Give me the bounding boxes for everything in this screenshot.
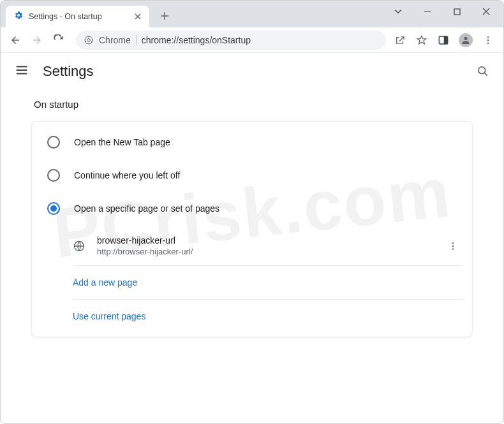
radio-label: Open a specific page or set of pages [74, 203, 219, 214]
settings-content: On startup Open the New Tab page Continu… [1, 90, 503, 346]
forward-button[interactable] [27, 31, 47, 50]
browser-toolbar: Chrome chrome://settings/onStartup [1, 27, 503, 53]
settings-header: Settings [1, 53, 503, 90]
page-info: browser-hijacker-url http://browser-hija… [97, 235, 431, 256]
radio-label: Open the New Tab page [74, 137, 170, 147]
toolbar-actions [394, 33, 498, 47]
profile-avatar-icon[interactable] [459, 33, 473, 47]
search-icon[interactable] [477, 65, 489, 78]
svg-point-8 [464, 36, 467, 40]
startup-page-row: browser-hijacker-url http://browser-hija… [73, 225, 463, 266]
svg-point-1 [85, 36, 93, 44]
kebab-menu-icon[interactable] [482, 34, 494, 47]
svg-point-10 [487, 39, 489, 40]
svg-point-9 [487, 36, 489, 38]
specific-pages-list: browser-hijacker-url http://browser-hija… [73, 225, 463, 333]
hamburger-menu-icon[interactable] [15, 63, 29, 80]
radio-specific-pages[interactable]: Open a specific page or set of pages [32, 192, 472, 225]
settings-gear-icon [13, 10, 24, 23]
window-titlebar: Settings - On startup [1, 1, 503, 27]
tab-title: Settings - On startup [29, 12, 128, 21]
window-controls [392, 1, 500, 22]
site-info-icon[interactable] [84, 35, 94, 45]
address-bar[interactable]: Chrome chrome://settings/onStartup [76, 31, 386, 50]
minimize-icon[interactable] [422, 6, 433, 17]
reload-button[interactable] [49, 31, 68, 50]
svg-point-4 [91, 41, 93, 42]
url-text: chrome://settings/onStartup [142, 35, 251, 45]
svg-point-15 [452, 245, 454, 246]
radio-icon [47, 169, 60, 182]
radio-icon [47, 202, 60, 215]
svg-point-11 [487, 42, 489, 43]
svg-point-5 [85, 41, 87, 42]
add-new-page-link[interactable]: Add a new page [73, 266, 463, 300]
radio-label: Continue where you left off [74, 170, 180, 180]
share-icon[interactable] [394, 34, 406, 47]
url-separator [136, 35, 137, 45]
radio-open-new-tab[interactable]: Open the New Tab page [32, 126, 472, 159]
radio-continue[interactable]: Continue where you left off [32, 159, 472, 192]
svg-point-14 [452, 242, 454, 244]
svg-point-16 [452, 248, 454, 249]
bookmark-star-icon[interactable] [415, 34, 428, 47]
side-panel-icon[interactable] [437, 34, 450, 47]
svg-point-3 [88, 36, 89, 37]
close-icon[interactable] [480, 6, 492, 17]
url-scheme-label: Chrome [99, 35, 131, 45]
page-url: http://browser-hijacker-url/ [97, 247, 431, 256]
svg-rect-7 [444, 36, 448, 44]
use-current-pages-link[interactable]: Use current pages [73, 300, 463, 333]
section-title: On startup [31, 99, 473, 110]
radio-icon [47, 136, 60, 149]
page-more-icon[interactable] [443, 241, 463, 251]
browser-tab[interactable]: Settings - On startup [6, 6, 149, 27]
globe-icon [73, 240, 85, 252]
svg-rect-0 [454, 9, 460, 15]
maximize-icon[interactable] [451, 6, 463, 17]
page-title: Settings [43, 63, 94, 80]
svg-point-12 [478, 67, 485, 74]
back-button[interactable] [6, 31, 25, 50]
startup-card: Open the New Tab page Continue where you… [31, 121, 473, 337]
page-name: browser-hijacker-url [97, 235, 431, 245]
svg-point-2 [87, 38, 91, 41]
new-tab-button[interactable] [156, 7, 174, 25]
chevron-down-icon[interactable] [392, 6, 404, 17]
close-tab-icon[interactable] [133, 11, 143, 22]
